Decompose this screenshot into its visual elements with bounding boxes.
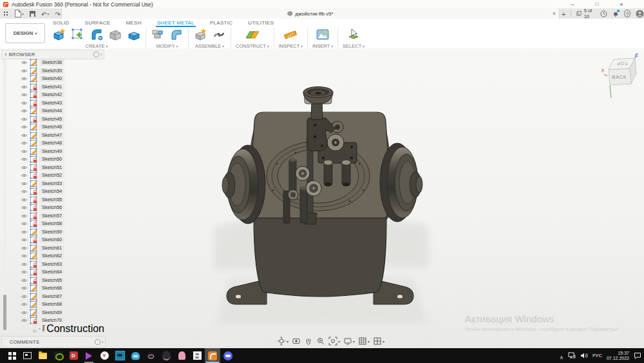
display-settings-icon[interactable] xyxy=(343,337,355,346)
taskbar-discord-app[interactable] xyxy=(220,348,236,363)
ribbon-tab-plastic[interactable]: PLASTIC xyxy=(209,19,234,27)
browser-expand-icon[interactable] xyxy=(100,52,102,57)
browser-item[interactable]: Sketch42 xyxy=(21,91,104,99)
viewports-icon[interactable] xyxy=(373,337,384,346)
eye-icon[interactable] xyxy=(21,197,28,202)
eye-icon[interactable] xyxy=(21,149,28,154)
browser-item[interactable]: Sketch56 xyxy=(21,204,104,212)
profile-icon[interactable] xyxy=(636,10,644,18)
eye-icon[interactable] xyxy=(21,286,28,291)
fit-icon[interactable] xyxy=(328,337,340,346)
expand-arrow-icon[interactable] xyxy=(33,323,37,335)
browser-item[interactable]: Sketch45 xyxy=(21,115,104,124)
browser-item[interactable]: Sketch52 xyxy=(21,172,104,180)
taskbar-dark-circle-app[interactable] xyxy=(158,348,174,363)
modify-flange-icon[interactable] xyxy=(169,28,184,42)
browser-item[interactable]: Sketch63 xyxy=(21,260,104,269)
eye-icon[interactable] xyxy=(21,133,28,138)
unfold-icon[interactable] xyxy=(151,28,165,42)
eye-icon[interactable] xyxy=(21,92,28,97)
eye-icon[interactable] xyxy=(21,76,28,81)
eye-icon[interactable] xyxy=(21,278,28,283)
document-tab[interactable]: джойстик ffb v5* xyxy=(61,8,560,19)
insert-canvas-icon[interactable] xyxy=(316,28,330,42)
taskbar-d-red-app[interactable]: D xyxy=(66,348,81,363)
flange-icon[interactable] xyxy=(52,28,66,42)
taskbar-yandex-browser[interactable]: Y xyxy=(97,348,112,363)
browser-scrollbar-thumb[interactable] xyxy=(3,295,6,330)
browser-item[interactable]: Sketch51 xyxy=(21,164,104,172)
new-component-icon[interactable] xyxy=(193,28,207,42)
browser-item[interactable]: Sketch41 xyxy=(21,83,104,92)
eye-icon[interactable] xyxy=(21,173,28,178)
browser-item[interactable]: Sketch66 xyxy=(21,284,104,293)
browser-item[interactable]: Sketch44 xyxy=(21,107,104,115)
browser-item[interactable]: Sketch53 xyxy=(21,180,104,188)
eye-icon[interactable] xyxy=(21,237,28,242)
ribbon-tab-mesh[interactable]: MESH xyxy=(124,19,142,27)
browser-item-construction[interactable]: Construction xyxy=(33,325,104,333)
taskbar-nvidia-app[interactable] xyxy=(50,348,66,363)
browser-item[interactable]: Sketch62 xyxy=(21,252,104,260)
ribbon-tab-utilities[interactable]: UTILITIES xyxy=(247,19,275,27)
taskbar-blue-square-app[interactable] xyxy=(112,348,128,363)
eye-icon[interactable] xyxy=(21,253,28,259)
notifications-icon[interactable] xyxy=(612,10,619,17)
eye-icon[interactable] xyxy=(21,318,28,323)
browser-item[interactable]: Sketch58 xyxy=(21,220,104,228)
save-icon[interactable] xyxy=(30,11,35,17)
browser-item[interactable]: Sketch69 xyxy=(21,309,104,317)
comments-expand-icon[interactable] xyxy=(102,340,103,344)
eye-icon[interactable] xyxy=(21,230,28,235)
browser-item[interactable]: Sketch67 xyxy=(21,293,104,301)
browser-item[interactable]: Sketch55 xyxy=(21,196,104,204)
apps-grid-icon[interactable] xyxy=(3,11,9,17)
construction-plane-icon[interactable] xyxy=(245,28,260,42)
ribbon-tab-solid[interactable]: SOLID xyxy=(52,19,71,27)
eye-icon[interactable] xyxy=(21,141,28,146)
eye-icon[interactable] xyxy=(21,262,28,267)
help-icon[interactable] xyxy=(624,10,630,17)
file-menu-icon[interactable] xyxy=(15,10,24,17)
pan-icon[interactable] xyxy=(304,337,313,346)
comments-panel[interactable]: COMMENTS xyxy=(1,336,106,348)
new-tab-icon[interactable] xyxy=(562,8,565,19)
eye-icon[interactable] xyxy=(21,101,28,106)
ribbon-tab-sheet-metal[interactable]: SHEET METAL xyxy=(156,19,196,27)
taskbar-start-button[interactable] xyxy=(4,348,19,363)
network-icon[interactable] xyxy=(568,350,576,362)
design-workspace-dropdown[interactable]: DESIGN xyxy=(5,23,45,43)
ribbon-tab-surface[interactable]: SURFACE xyxy=(84,19,112,27)
browser-item[interactable]: Sketch65 xyxy=(21,277,104,285)
hidden-icons-chevron[interactable] xyxy=(560,350,564,362)
document-counter[interactable]: 5 of 10 xyxy=(576,8,595,19)
eye-icon[interactable] xyxy=(21,157,28,162)
comments-settings-icon[interactable] xyxy=(95,339,100,345)
browser-item[interactable]: Sketch39 xyxy=(21,67,104,75)
select-icon[interactable] xyxy=(346,28,361,42)
grid-icon[interactable] xyxy=(358,337,370,346)
eye-icon[interactable] xyxy=(21,294,28,299)
browser-item[interactable]: Sketch38 xyxy=(21,59,104,67)
orbit-icon[interactable] xyxy=(277,337,289,346)
look-at-icon[interactable] xyxy=(292,337,301,346)
view-cube[interactable]: Z X TOP BACK xyxy=(600,52,640,103)
browser-item[interactable]: Sketch64 xyxy=(21,268,104,277)
eye-icon[interactable] xyxy=(21,270,28,275)
joint-icon[interactable] xyxy=(212,28,226,42)
taskbar-pink-character-app[interactable] xyxy=(174,348,189,363)
browser-item[interactable]: Sketch57 xyxy=(21,212,104,221)
taskbar-blue-character-app[interactable] xyxy=(128,348,143,363)
eye-icon[interactable] xyxy=(21,117,28,122)
eye-icon[interactable] xyxy=(21,213,28,219)
undo-icon[interactable] xyxy=(41,8,49,19)
browser-item[interactable]: Sketch40 xyxy=(21,75,104,83)
browser-item[interactable]: Sketch50 xyxy=(21,155,104,164)
browser-scrollbar[interactable] xyxy=(3,59,6,333)
measure-icon[interactable] xyxy=(283,28,298,42)
create-sketch-icon[interactable] xyxy=(71,28,85,42)
taskbar-xrns-app[interactable]: XR NS xyxy=(189,348,205,363)
eye-icon[interactable] xyxy=(21,221,28,226)
convert-to-sheet-metal-icon[interactable] xyxy=(108,28,122,42)
eye-icon[interactable] xyxy=(21,310,28,315)
